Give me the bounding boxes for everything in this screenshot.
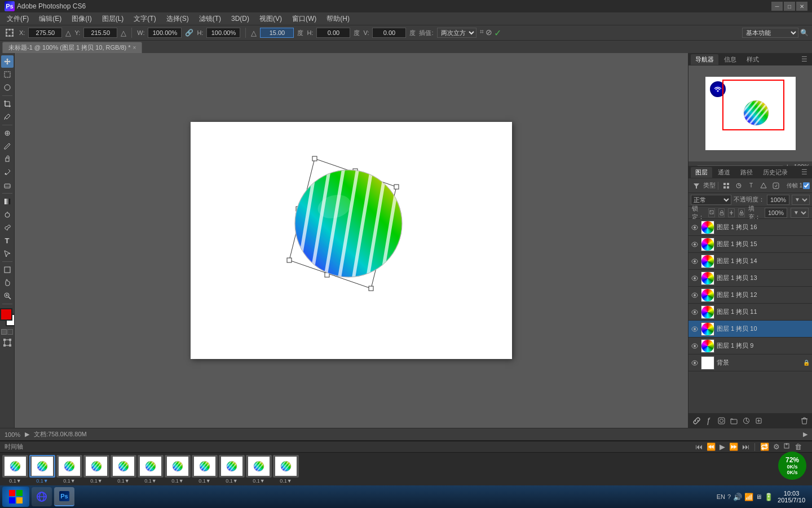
timeline-frame-5[interactable]: 0.1▼ [138, 455, 164, 484]
info-tab[interactable]: 信息 [720, 54, 741, 65]
zoom-tool[interactable] [1, 290, 14, 302]
hand-tool[interactable] [1, 277, 14, 289]
close-button[interactable]: ✕ [796, 2, 807, 11]
timeline-frame-1[interactable]: 0.1▼ [29, 455, 55, 484]
add-mask-btn[interactable] [716, 415, 727, 426]
timeline-frame-7[interactable]: 0.1▼ [192, 455, 218, 484]
next-frame-btn[interactable]: ⏩ [728, 441, 739, 452]
lock-all-btn[interactable] [738, 208, 745, 217]
help-tray-icon[interactable]: ? [727, 493, 731, 500]
opacity-input[interactable] [767, 195, 789, 205]
workspace-select[interactable]: 基本功能 [742, 28, 798, 38]
layer-visibility-7[interactable] [691, 342, 699, 350]
x-input[interactable] [28, 28, 62, 38]
path-selection-tool[interactable] [1, 247, 14, 260]
marquee-tool[interactable] [1, 68, 14, 81]
brush-tool[interactable] [1, 140, 14, 152]
layers-menu-btn[interactable]: ☰ [799, 168, 810, 176]
menu-item-W[interactable]: 窗口(W) [288, 13, 321, 25]
quick-mask-mode-btn[interactable] [7, 329, 13, 335]
h-input[interactable] [206, 28, 240, 38]
delete-frame-btn[interactable]: 🗑 [793, 441, 803, 452]
layer-visibility-8[interactable] [691, 359, 699, 367]
menu-item-T[interactable]: 文字(T) [129, 13, 160, 25]
add-frame-btn[interactable] [783, 441, 792, 452]
layer-item-2[interactable]: 图层 1 拷贝 14 [689, 253, 812, 270]
vskew-input[interactable] [372, 28, 406, 38]
navigator-tab[interactable]: 导航器 [691, 54, 718, 65]
timeline-frame-2[interactable]: 0.1▼ [56, 455, 82, 484]
adjustment-filter-btn[interactable] [733, 181, 744, 191]
layer-item-6[interactable]: 图层 1 拷贝 10 [689, 321, 812, 338]
tab-close-button[interactable]: × [133, 45, 136, 51]
frame-checkbox[interactable] [803, 182, 810, 189]
blend-mode-select[interactable]: 正常 溶解 变暗 正片叠底 [691, 195, 731, 205]
link-layers-btn[interactable] [691, 415, 702, 426]
channels-tab[interactable]: 通道 [713, 167, 735, 178]
menu-item-DD[interactable]: 3D(D) [227, 14, 254, 24]
battery-icon[interactable]: 🔋 [764, 493, 773, 501]
link-icon[interactable]: 🔗 [185, 29, 193, 37]
layer-item-8[interactable]: 背景🔒 [689, 354, 812, 371]
opacity-dropdown[interactable]: ▼ [792, 195, 810, 205]
paths-tab[interactable]: 路径 [736, 167, 757, 178]
layer-visibility-6[interactable] [691, 325, 699, 333]
angle-input[interactable] [260, 28, 294, 38]
smart-filter-btn[interactable] [770, 181, 782, 191]
timeline-frame-4[interactable]: 0.1▼ [111, 455, 136, 484]
menu-item-S[interactable]: 选择(S) [162, 13, 193, 25]
layer-item-0[interactable]: 图层 1 拷贝 16 [689, 219, 812, 236]
cancel-transform-icon[interactable]: ⊘ [486, 28, 492, 38]
new-group-btn[interactable] [728, 415, 739, 426]
layer-visibility-4[interactable] [691, 291, 699, 299]
healing-tool[interactable] [1, 127, 14, 139]
stamp-tool[interactable] [1, 153, 14, 165]
minimize-button[interactable]: ─ [771, 2, 783, 11]
audio-icon[interactable]: 🔊 [733, 493, 742, 501]
eyedropper-tool[interactable] [1, 111, 14, 123]
menu-item-F[interactable]: 文件(F) [2, 13, 33, 25]
menu-item-E[interactable]: 编辑(E) [34, 13, 66, 25]
doc-tab[interactable]: 未标题-1 @ 100% (图层 1 拷贝 10, RGB/8) * × [2, 42, 142, 53]
move-tool[interactable] [1, 55, 14, 68]
w-input[interactable] [148, 28, 182, 38]
timeline-frame-10[interactable]: 0.1▼ [273, 455, 299, 484]
new-layer-btn[interactable] [753, 415, 764, 426]
layer-visibility-1[interactable] [691, 240, 699, 248]
ie-button[interactable] [32, 487, 52, 506]
layer-visibility-3[interactable] [691, 274, 699, 282]
navigator-menu-btn[interactable]: ☰ [799, 55, 810, 63]
type-filter-btn[interactable]: T [745, 181, 757, 191]
layer-visibility-5[interactable] [691, 308, 699, 316]
crop-tool[interactable] [1, 98, 14, 110]
workspace-search-icon[interactable]: 🔍 [800, 29, 809, 37]
keyboard-icon[interactable]: EN [717, 493, 725, 500]
lasso-tool[interactable] [1, 81, 14, 94]
filter-type-btn[interactable] [691, 181, 702, 191]
menu-item-L[interactable]: 图层(L) [98, 13, 129, 25]
timeline-settings-btn[interactable]: ⚙ [772, 441, 781, 452]
warp-icon[interactable]: ⌗ [480, 28, 484, 38]
history-tab[interactable]: 历史记录 [758, 167, 792, 178]
layer-item-5[interactable]: 图层 1 拷贝 11 [689, 304, 812, 321]
timeline-frame-8[interactable]: 0.1▼ [219, 455, 245, 484]
type-tool[interactable]: T [1, 234, 14, 247]
menu-item-V[interactable]: 视图(V) [255, 13, 286, 25]
timeline-frame-3[interactable]: 0.1▼ [83, 455, 109, 484]
loop-btn[interactable]: 🔁 [759, 441, 770, 452]
foreground-color-swatch[interactable] [0, 308, 12, 321]
wifi-tray-icon[interactable]: 📶 [744, 493, 753, 501]
hskew-input[interactable] [316, 28, 350, 38]
screen-mode-btn[interactable] [3, 339, 11, 348]
interp-select[interactable]: 两次立方 两次线性 邻近 [437, 28, 476, 38]
play-btn2[interactable]: ▶ [718, 441, 726, 452]
forward-end-btn[interactable]: ⏭ [741, 441, 751, 452]
dodge-tool[interactable] [1, 208, 14, 221]
shape-filter-btn[interactable] [758, 181, 769, 191]
fill-dropdown[interactable]: ▼ [791, 208, 809, 218]
lock-transparent-btn[interactable] [708, 208, 715, 217]
maximize-button[interactable]: □ [784, 2, 795, 11]
eraser-tool[interactable] [1, 179, 14, 191]
confirm-transform-icon[interactable]: ✓ [494, 28, 501, 38]
network-icon[interactable]: 🖥 [756, 493, 762, 500]
